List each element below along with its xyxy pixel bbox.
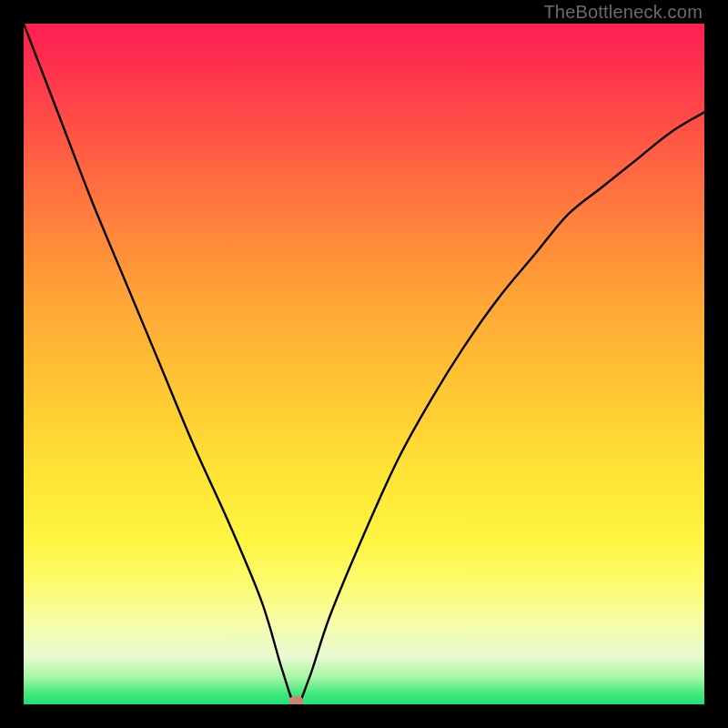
plot-area	[24, 24, 704, 704]
optimal-point-marker	[289, 696, 303, 704]
bottleneck-curve	[24, 24, 704, 704]
watermark-text: TheBottleneck.com	[543, 2, 703, 23]
chart-frame: TheBottleneck.com	[0, 0, 728, 728]
